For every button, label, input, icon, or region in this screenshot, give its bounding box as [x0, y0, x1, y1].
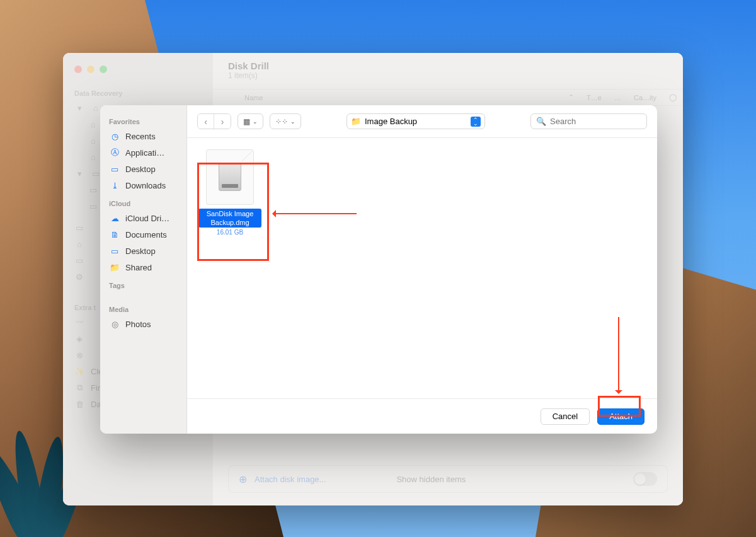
- sidebar-section-tags: Tags: [100, 275, 186, 292]
- folder-icon: 📁: [351, 117, 361, 126]
- sidebar-item-icloud-drive[interactable]: ☁iCloud Dri…: [100, 210, 186, 226]
- nav-buttons: ‹ ›: [197, 113, 231, 129]
- cloud-icon: ☁: [109, 212, 120, 224]
- annotation-arrow-file: [275, 213, 357, 214]
- search-icon: 🔍: [536, 117, 546, 126]
- annotation-arrow-attach: [618, 317, 619, 391]
- sidebar-item-desktop2[interactable]: ▭Desktop: [100, 243, 186, 259]
- grid-small-icon: ⁘⁘: [275, 117, 288, 126]
- updown-icon: ⌃⌄: [471, 117, 481, 127]
- file-size: 16.01 GB: [198, 229, 261, 236]
- file-name: SanDisk Image Backup.dmg: [198, 209, 261, 228]
- file-browser-content[interactable]: SanDisk Image Backup.dmg 16.01 GB: [187, 138, 657, 398]
- file-item-sandisk-image-backup[interactable]: SanDisk Image Backup.dmg 16.01 GB: [198, 149, 261, 236]
- desktop-icon: ▭: [109, 245, 120, 257]
- back-button[interactable]: ‹: [198, 114, 214, 129]
- chevron-down-icon: ⌄: [290, 118, 295, 125]
- clock-icon: ◷: [109, 130, 120, 142]
- shared-folder-icon: 📁: [109, 262, 120, 273]
- cancel-button[interactable]: Cancel: [541, 408, 590, 425]
- sidebar-item-documents[interactable]: 🗎Documents: [100, 226, 186, 243]
- chevron-right-icon: ›: [221, 117, 224, 127]
- group-view-button[interactable]: ⁘⁘⌄: [270, 113, 301, 129]
- location-label: Image Backup: [365, 117, 417, 126]
- sidebar-item-photos[interactable]: ◎Photos: [100, 316, 186, 332]
- sidebar-item-recents[interactable]: ◷Recents: [100, 128, 186, 144]
- location-popup[interactable]: 📁 Image Backup ⌃⌄: [346, 113, 485, 129]
- dialog-toolbar: ‹ › ▦⌄ ⁘⁘⌄ 📁 Image Backup ⌃⌄ 🔍: [187, 105, 657, 138]
- dmg-file-icon: [206, 149, 254, 205]
- downloads-icon: ⤓: [109, 180, 120, 191]
- photos-icon: ◎: [109, 318, 120, 330]
- sidebar-section-favorites: Favorites: [100, 112, 186, 128]
- document-icon: 🗎: [109, 229, 120, 240]
- file-open-dialog: Favorites ◷Recents ⒶApplicati… ▭Desktop …: [100, 105, 657, 434]
- sidebar-section-media: Media: [100, 299, 186, 316]
- sidebar-item-desktop[interactable]: ▭Desktop: [100, 161, 186, 177]
- dialog-sidebar: Favorites ◷Recents ⒶApplicati… ▭Desktop …: [100, 105, 187, 434]
- chevron-down-icon: ⌄: [253, 118, 258, 125]
- sidebar-item-downloads[interactable]: ⤓Downloads: [100, 177, 186, 193]
- sidebar-item-applications[interactable]: ⒶApplicati…: [100, 144, 186, 161]
- search-input[interactable]: [550, 117, 656, 126]
- grid-icon: ▦: [243, 117, 250, 126]
- attach-button[interactable]: Attach: [597, 408, 644, 425]
- sidebar-section-icloud: iCloud: [100, 193, 186, 210]
- sidebar-item-shared[interactable]: 📁Shared: [100, 259, 186, 275]
- desktop-icon: ▭: [109, 163, 120, 175]
- dialog-footer: Cancel Attach: [187, 398, 657, 434]
- icon-view-button[interactable]: ▦⌄: [238, 113, 263, 129]
- chevron-left-icon: ‹: [204, 117, 207, 127]
- apps-icon: Ⓐ: [109, 147, 120, 158]
- forward-button[interactable]: ›: [214, 114, 231, 129]
